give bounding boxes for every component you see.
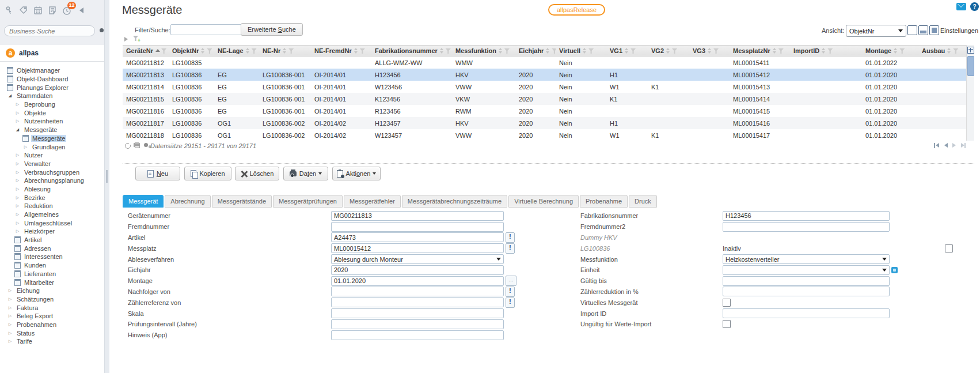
- tree-item-label[interactable]: Status: [16, 330, 36, 337]
- skala-input[interactable]: [331, 308, 504, 318]
- new-button[interactable]: Neu: [135, 167, 180, 180]
- sort-icon[interactable]: [499, 48, 503, 54]
- tree-item[interactable]: Artikel: [0, 236, 104, 244]
- tree-item-label[interactable]: Nutzer: [23, 152, 44, 159]
- tree-expand-icon[interactable]: [14, 127, 21, 132]
- filter-icon[interactable]: [713, 48, 719, 54]
- tree-item-label[interactable]: Ablesung: [23, 186, 52, 193]
- splitter-grip[interactable]: [106, 170, 108, 183]
- tree-expand-icon[interactable]: [14, 212, 21, 217]
- tree-expand-icon[interactable]: [14, 102, 21, 107]
- hinweis-app-input[interactable]: [331, 330, 504, 340]
- nachfolger-von-input[interactable]: [331, 287, 504, 296]
- tree-expand-icon[interactable]: [14, 229, 21, 233]
- tree-item-label[interactable]: Objekte: [23, 110, 47, 116]
- filter-icon[interactable]: [161, 48, 166, 54]
- filter-icon[interactable]: [504, 48, 510, 54]
- tree-item[interactable]: Messgeräte: [0, 126, 104, 134]
- sort-icon[interactable]: [666, 48, 670, 54]
- tree-item[interactable]: Adressen: [0, 244, 104, 253]
- tab[interactable]: Messgerätprüfungen: [273, 195, 343, 208]
- tree-expand-icon[interactable]: [14, 187, 21, 191]
- tree-item[interactable]: Objektmanager: [0, 66, 104, 75]
- sort-icon[interactable]: [708, 48, 712, 54]
- column-header[interactable]: Ausbau: [918, 46, 967, 56]
- tree-item[interactable]: Grundlagen: [0, 142, 104, 151]
- tree-expand-icon[interactable]: [14, 178, 21, 183]
- tree-item-label[interactable]: Nutzeinheiten: [23, 118, 64, 125]
- column-header[interactable]: VG2: [648, 46, 689, 56]
- table-row[interactable]: MG00211817 LG100836 OG1 LG100836-002 OI-…: [123, 117, 967, 129]
- column-header[interactable]: Messfunktion: [452, 46, 515, 56]
- tree-item-label[interactable]: Verwalter: [23, 160, 52, 167]
- messfunktion-select[interactable]: Heizkostenverteiler: [723, 254, 890, 264]
- tree-item[interactable]: Schätzungen: [0, 295, 104, 304]
- filter-icon[interactable]: [588, 48, 594, 54]
- table-row[interactable]: MG00211813 LG100836 EG LG100836-001 OI-2…: [123, 69, 967, 81]
- tree-item[interactable]: Abrechnungsplanung: [0, 176, 104, 185]
- tab[interactable]: Virtuelle Berechnung: [508, 195, 579, 208]
- column-header[interactable]: NE-FremdNr: [311, 46, 371, 56]
- tree-item-label[interactable]: Beleg Export: [16, 312, 54, 319]
- tree-expand-icon[interactable]: [7, 306, 13, 310]
- tree-item-label[interactable]: Reduktion: [23, 202, 54, 209]
- tree-item[interactable]: Ablesung: [0, 185, 104, 194]
- column-header[interactable]: MessplatzNr: [730, 46, 790, 56]
- settings-link[interactable]: Einstellungen: [940, 27, 978, 34]
- montage-picker-button[interactable]: [506, 276, 516, 286]
- filter-icon[interactable]: [953, 48, 958, 54]
- expand-filter-icon[interactable]: [124, 37, 128, 42]
- tree-item[interactable]: Faktura: [0, 303, 104, 312]
- column-header[interactable]: ImportID: [790, 46, 862, 56]
- tree-item[interactable]: Verbrauchsgruppen: [0, 168, 104, 176]
- tree-item-label[interactable]: Objekt-Dashboard: [16, 76, 69, 82]
- tree-item-label[interactable]: Tarife: [16, 338, 33, 345]
- tree-item-label[interactable]: Bezirke: [23, 194, 47, 201]
- table-row[interactable]: MG00211816 LG100836 EG LG100836-001 OI-2…: [123, 105, 967, 117]
- tree-item-label[interactable]: Heizkörper: [23, 228, 56, 235]
- tree-expand-icon[interactable]: [14, 119, 21, 123]
- tree-item[interactable]: Planungs Explorer: [0, 83, 104, 92]
- geraetenummer-input[interactable]: [331, 211, 504, 221]
- column-header[interactable]: Eichjahr: [515, 46, 556, 56]
- column-header[interactable]: Virtuell: [556, 46, 606, 56]
- ungueltig-werte-import-checkbox[interactable]: [723, 320, 731, 328]
- view-select[interactable]: ObjektNr: [846, 25, 906, 37]
- calendar-icon[interactable]: [31, 5, 45, 16]
- sort-icon[interactable]: [947, 48, 951, 54]
- column-header[interactable]: NE-Lage: [214, 46, 259, 56]
- tree-expand-icon[interactable]: [7, 288, 13, 293]
- column-header[interactable]: VG3: [689, 46, 730, 56]
- column-header[interactable]: VG1: [606, 46, 648, 56]
- fremdnummer-input[interactable]: [331, 222, 504, 232]
- filter-icon[interactable]: [552, 48, 556, 54]
- tree-expand-icon[interactable]: [14, 195, 21, 200]
- tree-expand-icon[interactable]: [14, 170, 21, 175]
- tree-item-label[interactable]: Artikel: [23, 236, 43, 243]
- tree-item[interactable]: Status: [0, 329, 104, 337]
- tab[interactable]: Messgerätstände: [212, 195, 272, 208]
- artikel-input[interactable]: [331, 232, 504, 242]
- help-icon[interactable]: ?: [970, 2, 979, 11]
- filter-icon[interactable]: [630, 48, 636, 54]
- montage-input[interactable]: [331, 276, 504, 286]
- eichjahr-input[interactable]: [331, 265, 504, 275]
- table-row[interactable]: MG00211815 LG100836 EG LG100836-001 OI-2…: [123, 93, 967, 105]
- tree-item[interactable]: Beprobung: [0, 100, 104, 109]
- tree-item-label[interactable]: Planungs Explorer: [16, 84, 70, 91]
- tree-item[interactable]: Stammdaten: [0, 92, 104, 100]
- tree-item[interactable]: Verwalter: [0, 160, 104, 168]
- column-chooser-icon[interactable]: [967, 47, 974, 54]
- einheit-select[interactable]: [723, 265, 890, 275]
- sort-icon[interactable]: [625, 48, 629, 54]
- tree-item[interactable]: Bezirke: [0, 193, 104, 202]
- tree-item[interactable]: Tarife: [0, 337, 104, 346]
- tree-item-label[interactable]: Grundlagen: [31, 144, 67, 150]
- tag-icon[interactable]: [17, 5, 31, 16]
- tree-item-label[interactable]: Interessenten: [23, 253, 64, 260]
- tree-item[interactable]: Nutzeinheiten: [0, 117, 104, 126]
- filter-icon[interactable]: [672, 48, 677, 54]
- tab[interactable]: Abrechnung: [165, 195, 210, 208]
- sort-icon[interactable]: [822, 48, 826, 54]
- tree-item-label[interactable]: Adressen: [23, 245, 52, 252]
